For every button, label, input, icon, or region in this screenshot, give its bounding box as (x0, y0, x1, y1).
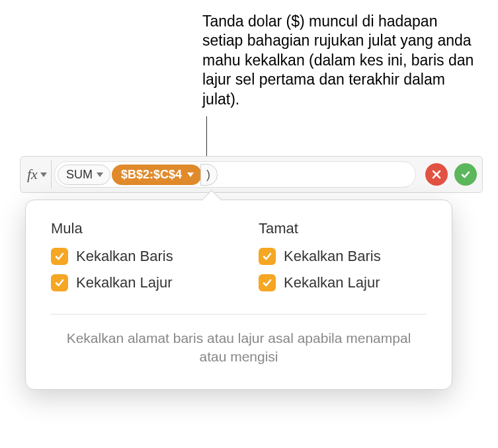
callout-text: Tanda dolar ($) muncul di hadapan setiap… (202, 12, 480, 109)
function-token[interactable]: SUM (58, 165, 110, 185)
check-icon (262, 278, 272, 288)
formula-bar: fx SUM $B$2:$C$4 ) (20, 156, 483, 193)
range-reference-token[interactable]: $B$2:$C$4 (112, 165, 202, 185)
chevron-down-icon (40, 172, 47, 177)
start-preserve-col[interactable]: Kekalkan Lajur (51, 274, 219, 291)
close-paren-token: ) (200, 164, 218, 186)
cancel-button[interactable] (425, 163, 448, 186)
checkbox-label: Kekalkan Lajur (284, 274, 380, 291)
range-reference-text: $B$2:$C$4 (121, 168, 182, 182)
check-icon (262, 251, 272, 262)
start-preserve-row[interactable]: Kekalkan Baris (51, 248, 219, 265)
checkbox-checked[interactable] (259, 248, 276, 265)
fx-menu[interactable]: fx (26, 161, 52, 188)
reference-preserve-popover: Mula Kekalkan Baris Kekalkan Lajur Tamat (25, 200, 452, 390)
checkbox-label: Kekalkan Baris (284, 248, 381, 265)
popover-arrow (201, 190, 222, 210)
checkbox-checked[interactable] (51, 274, 68, 291)
end-preserve-row[interactable]: Kekalkan Baris (259, 248, 427, 265)
end-column: Tamat Kekalkan Baris Kekalkan Lajur (259, 220, 427, 301)
end-title: Tamat (259, 220, 427, 237)
formula-input[interactable]: SUM $B$2:$C$4 ) (54, 161, 416, 188)
popover-description: Kekalkan alamat baris atau lajur asal ap… (51, 329, 427, 367)
close-icon (431, 169, 442, 180)
start-column: Mula Kekalkan Baris Kekalkan Lajur (51, 220, 219, 301)
fx-label: fx (27, 166, 38, 183)
check-icon (54, 251, 65, 262)
checkbox-label: Kekalkan Baris (76, 248, 173, 265)
check-icon (460, 169, 471, 180)
checkbox-checked[interactable] (259, 274, 276, 291)
check-icon (54, 278, 65, 288)
checkbox-label: Kekalkan Lajur (76, 274, 173, 291)
confirm-button[interactable] (454, 163, 477, 186)
chevron-down-icon (97, 172, 103, 177)
end-preserve-col[interactable]: Kekalkan Lajur (259, 274, 427, 291)
start-title: Mula (51, 220, 219, 237)
function-name: SUM (66, 168, 93, 182)
chevron-down-icon (187, 172, 194, 177)
checkbox-checked[interactable] (51, 248, 68, 265)
divider (51, 314, 427, 315)
